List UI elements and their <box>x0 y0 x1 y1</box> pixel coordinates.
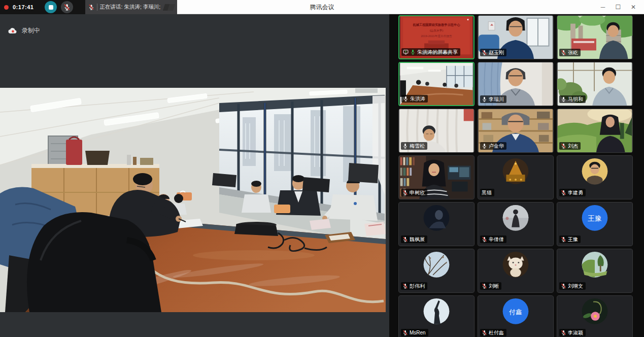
svg-text:(山东大学): (山东大学) <box>430 29 444 32</box>
name-tag: 李建勇 <box>559 189 586 196</box>
microphone-muted-button[interactable] <box>61 1 73 13</box>
window-titlebar[interactable]: 腾讯会议 <box>177 0 644 14</box>
participant-tile-7[interactable]: 梅雪松 <box>398 109 474 153</box>
participant-name: 李建勇 <box>568 190 583 195</box>
name-tag: MsRen <box>401 329 428 336</box>
participant-name: 刘晰 <box>489 283 499 289</box>
name-tag: 魏枫展 <box>401 235 427 243</box>
mic-muted-icon <box>561 190 566 195</box>
participant-name: 张屹 <box>568 50 578 55</box>
participant-tile-6[interactable]: 马明和 <box>557 62 633 106</box>
participant-name: 黑猫 <box>482 190 492 195</box>
participant-tile-15[interactable]: 王豫 王豫 <box>557 202 633 246</box>
name-tag: 黑猫 <box>480 189 494 196</box>
mic-muted-icon <box>561 283 566 289</box>
svg-text:王豫: 王豫 <box>588 215 602 222</box>
participant-name: MsRen <box>410 330 426 335</box>
name-tag: 卢金华 <box>480 142 506 150</box>
name-tag: 刘晰 <box>480 282 501 290</box>
mic-on-icon <box>403 96 409 102</box>
stop-recording-button[interactable] <box>45 1 57 13</box>
recording-timer: 0:17:41 <box>13 4 33 10</box>
name-tag: 李瑞川 <box>480 95 506 103</box>
participant-tile-11[interactable]: 黑猫 <box>478 155 554 199</box>
stop-icon <box>49 5 53 10</box>
participant-tile-9[interactable]: 刘杰 <box>557 109 633 153</box>
name-tag: 杜付鑫 <box>480 329 506 336</box>
participant-tile-17[interactable]: 刘晰 <box>478 249 554 293</box>
svg-text:2019-2021年度工作报告: 2019-2021年度工作报告 <box>421 35 452 38</box>
participant-tile-14[interactable]: 辛倩倩 <box>478 202 554 246</box>
participant-tile-3[interactable]: 张屹 <box>557 15 633 59</box>
participant-tile-21[interactable]: 李淑颖 <box>557 295 633 337</box>
participant-tile-1[interactable]: 机械工程国家级实验教学示范中心(山东大学)2019-2021年度工作报告 朱洪涛… <box>398 15 474 59</box>
participant-name: 赵玉刚 <box>489 50 504 55</box>
mic-muted-icon <box>561 143 566 149</box>
window-controls: ─ ☐ ✕ <box>595 0 641 14</box>
participant-tile-10[interactable]: 申树欣 <box>398 155 474 199</box>
mic-muted-icon <box>402 190 408 195</box>
name-tag: 朱洪涛的屏幕共享 <box>401 48 460 56</box>
participant-tile-8[interactable]: 卢金华 <box>478 109 554 153</box>
recording-dot-icon <box>4 5 9 10</box>
participant-name: 李瑞川 <box>489 96 504 102</box>
mic-muted-icon <box>561 50 566 55</box>
name-tag: 刘杰 <box>559 142 581 150</box>
participant-tile-12[interactable]: 李建勇 <box>557 155 633 199</box>
participant-tile-5[interactable]: 李瑞川 <box>478 62 554 106</box>
svg-text:机械工程国家级实验教学示范中心: 机械工程国家级实验教学示范中心 <box>413 23 461 27</box>
mic-muted-icon <box>402 330 408 335</box>
participant-tile-4[interactable]: 朱洪涛 <box>398 62 474 106</box>
main-video[interactable] <box>0 88 386 312</box>
participant-tile-13[interactable]: 魏枫展 <box>398 202 474 246</box>
svg-text:付鑫: 付鑫 <box>509 309 522 316</box>
cloud-recording-icon <box>8 27 17 34</box>
close-button[interactable]: ✕ <box>626 0 641 14</box>
participant-tile-16[interactable]: 彭伟利 <box>398 249 474 293</box>
participant-name: 梅雪松 <box>410 143 425 149</box>
participant-name: 刘增文 <box>568 283 583 289</box>
minimize-button[interactable]: ─ <box>595 0 611 14</box>
name-tag: 张屹 <box>559 49 581 56</box>
name-tag: 彭伟利 <box>401 282 427 290</box>
participant-tile-19[interactable]: MsRen <box>398 295 474 337</box>
participant-name: 卢金华 <box>489 143 504 149</box>
mic-muted-icon <box>402 283 408 289</box>
active-speaker-label: 正在讲话: 朱洪涛; 李瑞川; <box>100 4 161 11</box>
recording-label: 录制中 <box>22 26 40 35</box>
mic-muted-icon <box>561 330 566 335</box>
participant-tile-18[interactable]: 刘增文 <box>557 249 633 293</box>
participant-name: 朱洪涛 <box>410 96 425 102</box>
mic-green-icon <box>410 49 416 55</box>
screen-share-icon <box>403 49 409 55</box>
conference-room-scene <box>0 88 386 312</box>
name-tag: 赵玉刚 <box>480 49 506 56</box>
participant-name: 马明和 <box>568 96 583 102</box>
participant-name: 杜付鑫 <box>489 330 504 335</box>
maximize-button[interactable]: ☐ <box>611 0 626 14</box>
mic-muted-icon <box>482 283 487 289</box>
mic-muted-icon <box>561 237 566 242</box>
participant-tile-20[interactable]: 付鑫 杜付鑫 <box>478 295 554 337</box>
mic-muted-icon <box>482 50 487 55</box>
mic-muted-icon <box>88 4 94 10</box>
recording-toolbar: 0:17:41 <box>0 0 85 14</box>
mic-muted-icon <box>402 237 408 242</box>
active-speaker-panel: 正在讲话: 朱洪涛; 李瑞川; <box>85 0 177 14</box>
name-tag: 朱洪涛 <box>401 95 428 103</box>
participants-grid: 机械工程国家级实验教学示范中心(山东大学)2019-2021年度工作报告 朱洪涛… <box>389 14 644 337</box>
recording-indicator: 录制中 <box>8 26 40 35</box>
participant-tile-2[interactable]: 赵玉刚 <box>478 15 554 59</box>
participant-name: 刘杰 <box>568 143 578 149</box>
participant-name: 王豫 <box>568 237 578 242</box>
name-tag: 辛倩倩 <box>480 235 506 243</box>
divider <box>97 4 97 11</box>
participant-name: 魏枫展 <box>410 237 425 242</box>
mic-on-icon <box>402 143 408 149</box>
participant-name: 申树欣 <box>410 190 425 195</box>
tencent-meeting-window: 0:17:41 正在讲话: 朱洪涛; 李瑞川; 腾讯会议 ─ ☐ ✕ 录制中 <box>0 0 644 337</box>
main-stage: 录制中 <box>0 14 389 337</box>
mic-on-icon <box>561 96 566 102</box>
participant-name: 彭伟利 <box>410 283 425 289</box>
participant-name: 辛倩倩 <box>489 237 504 242</box>
